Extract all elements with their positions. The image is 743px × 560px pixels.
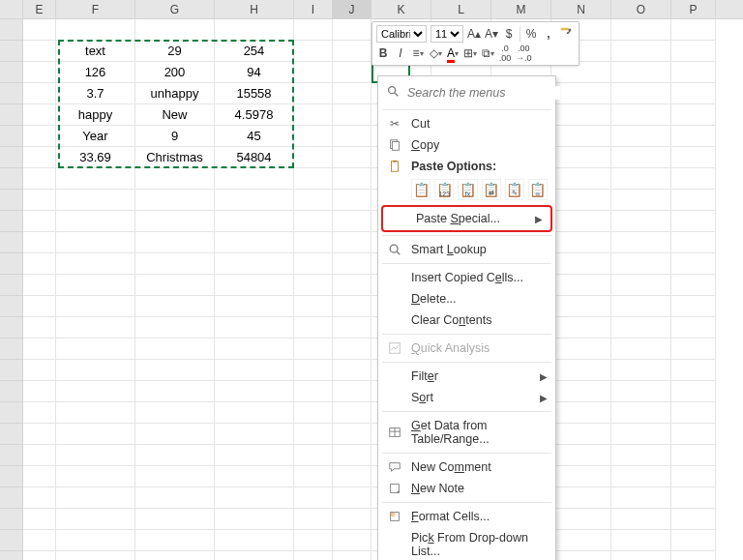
row-header[interactable] (0, 211, 23, 232)
row-header[interactable] (0, 168, 23, 190)
cell-P-14[interactable] (671, 296, 716, 317)
cell-G-13[interactable] (135, 275, 215, 296)
cell-I-17[interactable] (294, 360, 333, 381)
row-header[interactable] (0, 381, 23, 402)
cell-J-13[interactable] (333, 275, 372, 296)
cell-O-11[interactable] (611, 232, 671, 253)
cell-P-23[interactable] (671, 487, 716, 509)
col-header-E[interactable]: E (23, 0, 56, 18)
cell-H-26[interactable] (215, 551, 294, 560)
cell-O-3[interactable] (611, 62, 671, 83)
menu-smart-lookup[interactable]: Smart Lookup (378, 239, 555, 260)
cell-N-18[interactable] (551, 381, 611, 402)
col-header-N[interactable]: N (551, 0, 611, 18)
cell-I-19[interactable] (294, 402, 333, 424)
cell-G-14[interactable] (135, 296, 215, 317)
menu-pick-from-list[interactable]: Pick From Drop-down List... (378, 527, 555, 560)
cell-N-23[interactable] (551, 487, 611, 509)
paste-all-button[interactable]: 📋 (411, 179, 431, 200)
row-header[interactable] (0, 317, 23, 339)
cell-N-21[interactable] (551, 445, 611, 466)
cell-G-5[interactable]: New (135, 104, 215, 126)
col-header-J[interactable]: J (333, 0, 372, 18)
cell-I-9[interactable] (294, 190, 333, 211)
cell-J-17[interactable] (333, 360, 372, 381)
row-header[interactable] (0, 62, 23, 83)
cell-G-12[interactable] (135, 253, 215, 275)
cell-O-15[interactable] (611, 317, 671, 339)
cell-P-21[interactable] (671, 445, 716, 466)
row-header[interactable] (0, 83, 23, 104)
cell-P-9[interactable] (671, 190, 716, 211)
cell-G-24[interactable] (135, 509, 215, 530)
cell-E-21[interactable] (23, 445, 56, 466)
cell-F-7[interactable]: 33.69 (56, 147, 135, 168)
col-header-M[interactable]: M (491, 0, 551, 18)
cell-E-11[interactable] (23, 232, 56, 253)
cell-P-2[interactable] (671, 41, 716, 62)
cell-E-9[interactable] (23, 190, 56, 211)
cell-F-17[interactable] (56, 360, 135, 381)
cell-G-15[interactable] (135, 317, 215, 339)
cell-P-12[interactable] (671, 253, 716, 275)
cell-I-2[interactable] (294, 41, 333, 62)
increase-decimal-button[interactable]: .00→.0 (516, 44, 532, 63)
cell-G-6[interactable]: 9 (135, 126, 215, 147)
cell-I-14[interactable] (294, 296, 333, 317)
paste-link-button[interactable]: 📋∞ (528, 179, 548, 200)
cell-E-22[interactable] (23, 466, 56, 487)
cell-G-20[interactable] (135, 424, 215, 445)
cell-N-24[interactable] (551, 509, 611, 530)
cell-F-16[interactable] (56, 339, 135, 360)
menu-get-data-table-range[interactable]: Get Data from Table/Range... (378, 415, 555, 450)
cell-O-9[interactable] (611, 190, 671, 211)
row-header[interactable] (0, 360, 23, 381)
cell-J-1[interactable] (333, 19, 372, 41)
col-header-F[interactable]: F (56, 0, 135, 18)
cell-E-23[interactable] (23, 487, 56, 509)
cell-N-22[interactable] (551, 466, 611, 487)
cell-F-22[interactable] (56, 466, 135, 487)
cell-F-18[interactable] (56, 381, 135, 402)
cell-N-8[interactable] (551, 168, 611, 190)
border-button[interactable]: ⊞▾ (463, 46, 477, 60)
cell-O-14[interactable] (611, 296, 671, 317)
cell-J-26[interactable] (333, 551, 372, 560)
cell-G-16[interactable] (135, 339, 215, 360)
cell-J-4[interactable] (333, 83, 372, 104)
cell-E-13[interactable] (23, 275, 56, 296)
cell-O-2[interactable] (611, 41, 671, 62)
cell-O-23[interactable] (611, 487, 671, 509)
font-color-button[interactable]: A▾ (446, 46, 460, 60)
cell-J-24[interactable] (333, 509, 372, 530)
cell-J-12[interactable] (333, 253, 372, 275)
cell-E-7[interactable] (23, 147, 56, 168)
paste-formulas-button[interactable]: 📋fx (458, 179, 477, 200)
cell-I-4[interactable] (294, 83, 333, 104)
menu-cut[interactable]: ✂ Cut (378, 113, 555, 134)
cell-P-8[interactable] (671, 168, 716, 190)
cell-J-25[interactable] (333, 530, 372, 551)
menu-format-cells[interactable]: Format Cells... (378, 506, 555, 527)
cell-I-25[interactable] (294, 530, 333, 551)
cell-G-25[interactable] (135, 530, 215, 551)
cell-F-9[interactable] (56, 190, 135, 211)
col-header-I[interactable]: I (294, 0, 333, 18)
cell-G-3[interactable]: 200 (135, 62, 215, 83)
cell-E-10[interactable] (23, 211, 56, 232)
cell-P-1[interactable] (671, 19, 716, 41)
italic-button[interactable]: I (394, 46, 407, 60)
cell-H-23[interactable] (215, 487, 294, 509)
paste-values-button[interactable]: 📋123 (434, 179, 454, 200)
cell-O-5[interactable] (611, 104, 671, 126)
cell-P-6[interactable] (671, 126, 716, 147)
cell-H-21[interactable] (215, 445, 294, 466)
cell-H-4[interactable]: 15558 (215, 83, 294, 104)
cell-F-21[interactable] (56, 445, 135, 466)
cell-O-12[interactable] (611, 253, 671, 275)
cell-O-18[interactable] (611, 381, 671, 402)
cell-N-7[interactable] (551, 147, 611, 168)
menu-clear-contents[interactable]: Clear Contents (378, 309, 555, 331)
cell-O-13[interactable] (611, 275, 671, 296)
menu-insert-copied-cells[interactable]: Insert Copied Cells... (378, 267, 555, 288)
